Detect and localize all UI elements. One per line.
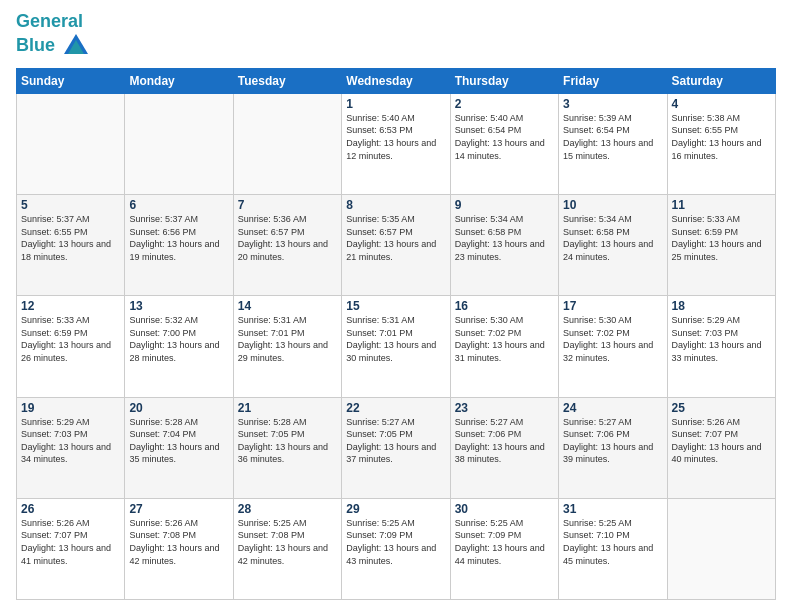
weekday-header-monday: Monday (125, 68, 233, 93)
day-info: Sunrise: 5:27 AM Sunset: 7:06 PM Dayligh… (455, 416, 554, 466)
day-number: 25 (672, 401, 771, 415)
day-number: 8 (346, 198, 445, 212)
day-number: 20 (129, 401, 228, 415)
day-info: Sunrise: 5:29 AM Sunset: 7:03 PM Dayligh… (672, 314, 771, 364)
calendar-day-18: 18Sunrise: 5:29 AM Sunset: 7:03 PM Dayli… (667, 296, 775, 397)
weekday-header-wednesday: Wednesday (342, 68, 450, 93)
weekday-header-friday: Friday (559, 68, 667, 93)
day-number: 13 (129, 299, 228, 313)
day-info: Sunrise: 5:36 AM Sunset: 6:57 PM Dayligh… (238, 213, 337, 263)
day-number: 3 (563, 97, 662, 111)
calendar-day-30: 30Sunrise: 5:25 AM Sunset: 7:09 PM Dayli… (450, 498, 558, 599)
day-number: 2 (455, 97, 554, 111)
day-number: 15 (346, 299, 445, 313)
day-info: Sunrise: 5:29 AM Sunset: 7:03 PM Dayligh… (21, 416, 120, 466)
day-number: 21 (238, 401, 337, 415)
calendar-day-6: 6Sunrise: 5:37 AM Sunset: 6:56 PM Daylig… (125, 195, 233, 296)
day-number: 31 (563, 502, 662, 516)
calendar-day-16: 16Sunrise: 5:30 AM Sunset: 7:02 PM Dayli… (450, 296, 558, 397)
day-info: Sunrise: 5:35 AM Sunset: 6:57 PM Dayligh… (346, 213, 445, 263)
day-info: Sunrise: 5:31 AM Sunset: 7:01 PM Dayligh… (238, 314, 337, 364)
day-number: 18 (672, 299, 771, 313)
calendar-day-8: 8Sunrise: 5:35 AM Sunset: 6:57 PM Daylig… (342, 195, 450, 296)
calendar-day-12: 12Sunrise: 5:33 AM Sunset: 6:59 PM Dayli… (17, 296, 125, 397)
day-info: Sunrise: 5:25 AM Sunset: 7:09 PM Dayligh… (455, 517, 554, 567)
day-info: Sunrise: 5:33 AM Sunset: 6:59 PM Dayligh… (672, 213, 771, 263)
calendar-day-22: 22Sunrise: 5:27 AM Sunset: 7:05 PM Dayli… (342, 397, 450, 498)
day-info: Sunrise: 5:28 AM Sunset: 7:05 PM Dayligh… (238, 416, 337, 466)
day-info: Sunrise: 5:27 AM Sunset: 7:05 PM Dayligh… (346, 416, 445, 466)
day-info: Sunrise: 5:26 AM Sunset: 7:07 PM Dayligh… (672, 416, 771, 466)
day-number: 11 (672, 198, 771, 212)
day-info: Sunrise: 5:37 AM Sunset: 6:56 PM Dayligh… (129, 213, 228, 263)
day-info: Sunrise: 5:25 AM Sunset: 7:08 PM Dayligh… (238, 517, 337, 567)
day-info: Sunrise: 5:28 AM Sunset: 7:04 PM Dayligh… (129, 416, 228, 466)
day-info: Sunrise: 5:26 AM Sunset: 7:07 PM Dayligh… (21, 517, 120, 567)
day-number: 19 (21, 401, 120, 415)
day-info: Sunrise: 5:25 AM Sunset: 7:09 PM Dayligh… (346, 517, 445, 567)
calendar-day-7: 7Sunrise: 5:36 AM Sunset: 6:57 PM Daylig… (233, 195, 341, 296)
day-info: Sunrise: 5:32 AM Sunset: 7:00 PM Dayligh… (129, 314, 228, 364)
header: General Blue (16, 12, 776, 60)
calendar-day-11: 11Sunrise: 5:33 AM Sunset: 6:59 PM Dayli… (667, 195, 775, 296)
day-info: Sunrise: 5:38 AM Sunset: 6:55 PM Dayligh… (672, 112, 771, 162)
calendar-day-10: 10Sunrise: 5:34 AM Sunset: 6:58 PM Dayli… (559, 195, 667, 296)
calendar-day-3: 3Sunrise: 5:39 AM Sunset: 6:54 PM Daylig… (559, 93, 667, 194)
day-info: Sunrise: 5:39 AM Sunset: 6:54 PM Dayligh… (563, 112, 662, 162)
calendar-empty (667, 498, 775, 599)
calendar-header-row: SundayMondayTuesdayWednesdayThursdayFrid… (17, 68, 776, 93)
day-number: 16 (455, 299, 554, 313)
day-number: 17 (563, 299, 662, 313)
day-info: Sunrise: 5:31 AM Sunset: 7:01 PM Dayligh… (346, 314, 445, 364)
calendar-day-27: 27Sunrise: 5:26 AM Sunset: 7:08 PM Dayli… (125, 498, 233, 599)
calendar-day-25: 25Sunrise: 5:26 AM Sunset: 7:07 PM Dayli… (667, 397, 775, 498)
day-number: 30 (455, 502, 554, 516)
day-number: 9 (455, 198, 554, 212)
calendar-day-1: 1Sunrise: 5:40 AM Sunset: 6:53 PM Daylig… (342, 93, 450, 194)
logo: General Blue (16, 12, 90, 60)
calendar-week-2: 5Sunrise: 5:37 AM Sunset: 6:55 PM Daylig… (17, 195, 776, 296)
day-info: Sunrise: 5:40 AM Sunset: 6:53 PM Dayligh… (346, 112, 445, 162)
logo-general: General (16, 11, 83, 31)
calendar-day-20: 20Sunrise: 5:28 AM Sunset: 7:04 PM Dayli… (125, 397, 233, 498)
day-number: 27 (129, 502, 228, 516)
day-number: 5 (21, 198, 120, 212)
logo-text: General (16, 12, 90, 32)
day-number: 10 (563, 198, 662, 212)
weekday-header-sunday: Sunday (17, 68, 125, 93)
calendar-day-14: 14Sunrise: 5:31 AM Sunset: 7:01 PM Dayli… (233, 296, 341, 397)
day-info: Sunrise: 5:34 AM Sunset: 6:58 PM Dayligh… (455, 213, 554, 263)
calendar-empty (17, 93, 125, 194)
day-number: 28 (238, 502, 337, 516)
day-number: 7 (238, 198, 337, 212)
calendar-table: SundayMondayTuesdayWednesdayThursdayFrid… (16, 68, 776, 600)
weekday-header-thursday: Thursday (450, 68, 558, 93)
day-number: 29 (346, 502, 445, 516)
calendar-empty (125, 93, 233, 194)
day-number: 4 (672, 97, 771, 111)
day-info: Sunrise: 5:40 AM Sunset: 6:54 PM Dayligh… (455, 112, 554, 162)
day-info: Sunrise: 5:37 AM Sunset: 6:55 PM Dayligh… (21, 213, 120, 263)
day-number: 26 (21, 502, 120, 516)
day-info: Sunrise: 5:30 AM Sunset: 7:02 PM Dayligh… (455, 314, 554, 364)
page: General Blue SundayMondayTuesdayWednesda… (0, 0, 792, 612)
day-number: 12 (21, 299, 120, 313)
day-info: Sunrise: 5:27 AM Sunset: 7:06 PM Dayligh… (563, 416, 662, 466)
calendar-week-5: 26Sunrise: 5:26 AM Sunset: 7:07 PM Dayli… (17, 498, 776, 599)
day-number: 22 (346, 401, 445, 415)
day-info: Sunrise: 5:25 AM Sunset: 7:10 PM Dayligh… (563, 517, 662, 567)
day-number: 14 (238, 299, 337, 313)
calendar-day-4: 4Sunrise: 5:38 AM Sunset: 6:55 PM Daylig… (667, 93, 775, 194)
calendar-day-19: 19Sunrise: 5:29 AM Sunset: 7:03 PM Dayli… (17, 397, 125, 498)
calendar-day-31: 31Sunrise: 5:25 AM Sunset: 7:10 PM Dayli… (559, 498, 667, 599)
calendar-day-17: 17Sunrise: 5:30 AM Sunset: 7:02 PM Dayli… (559, 296, 667, 397)
calendar-day-29: 29Sunrise: 5:25 AM Sunset: 7:09 PM Dayli… (342, 498, 450, 599)
day-info: Sunrise: 5:33 AM Sunset: 6:59 PM Dayligh… (21, 314, 120, 364)
day-info: Sunrise: 5:34 AM Sunset: 6:58 PM Dayligh… (563, 213, 662, 263)
calendar-day-2: 2Sunrise: 5:40 AM Sunset: 6:54 PM Daylig… (450, 93, 558, 194)
calendar-week-1: 1Sunrise: 5:40 AM Sunset: 6:53 PM Daylig… (17, 93, 776, 194)
weekday-header-tuesday: Tuesday (233, 68, 341, 93)
day-number: 6 (129, 198, 228, 212)
calendar-week-4: 19Sunrise: 5:29 AM Sunset: 7:03 PM Dayli… (17, 397, 776, 498)
day-number: 23 (455, 401, 554, 415)
